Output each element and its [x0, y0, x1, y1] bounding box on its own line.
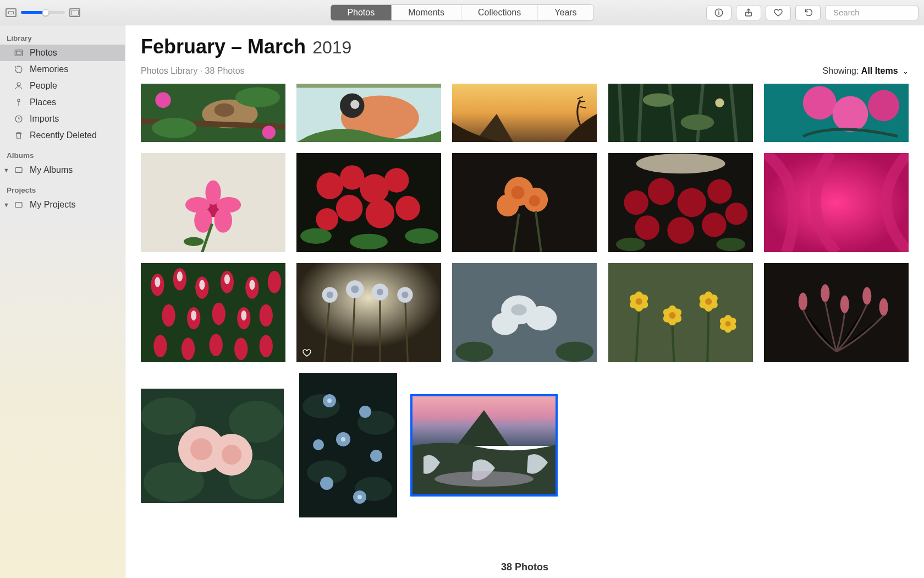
- showing-filter[interactable]: Showing: All Items ⌄: [823, 66, 909, 76]
- photo-thumbnail[interactable]: [296, 263, 441, 362]
- svg-point-83: [162, 304, 175, 326]
- sidebar-item-recently-deleted[interactable]: Recently Deleted: [0, 127, 125, 144]
- svg-point-111: [377, 288, 383, 295]
- svg-point-90: [210, 334, 223, 356]
- photo-thumbnail[interactable]: [608, 153, 753, 252]
- tab-years[interactable]: Years: [538, 5, 593, 20]
- album-icon: [13, 199, 24, 210]
- svg-point-168: [341, 437, 345, 441]
- view-mode-segmented-control: Photos Moments Collections Years: [330, 4, 593, 21]
- tab-moments[interactable]: Moments: [392, 5, 461, 20]
- sidebar-item-photos[interactable]: Photos: [0, 45, 125, 61]
- sidebar-item-my-albums[interactable]: ▼ My Albums: [0, 162, 125, 178]
- svg-point-116: [492, 313, 519, 335]
- svg-point-93: [155, 277, 160, 287]
- footer-photo-count: 38 Photos: [141, 561, 909, 573]
- photo-thumbnail[interactable]: [608, 84, 753, 142]
- photo-thumbnail[interactable]: [452, 153, 597, 252]
- svg-point-134: [669, 312, 675, 319]
- search-input[interactable]: [833, 8, 924, 17]
- photo-thumbnail[interactable]: [452, 84, 597, 142]
- photo-thumbnail[interactable]: [296, 153, 441, 252]
- svg-point-171: [435, 471, 534, 487]
- zoom-min-icon[interactable]: [6, 8, 16, 17]
- heart-icon: [773, 8, 783, 18]
- sidebar-item-memories[interactable]: Memories: [0, 61, 125, 78]
- photo-thumbnail[interactable]: [764, 263, 909, 362]
- photo-thumbnail[interactable]: [296, 84, 441, 142]
- photo-thumbnail[interactable]: [141, 263, 285, 362]
- photo-thumbnail[interactable]: [141, 84, 285, 142]
- photo-thumbnail[interactable]: [413, 396, 556, 494]
- svg-point-135: [705, 298, 712, 305]
- svg-point-169: [358, 495, 362, 499]
- svg-point-87: [260, 304, 273, 326]
- svg-point-98: [191, 310, 196, 320]
- svg-point-35: [832, 96, 868, 132]
- svg-point-20: [262, 126, 276, 139]
- photo-thumbnail[interactable]: [764, 84, 909, 142]
- svg-point-147: [141, 397, 196, 435]
- rotate-button[interactable]: [795, 5, 821, 20]
- svg-point-163: [370, 450, 382, 462]
- thumbnail-size-slider[interactable]: [21, 11, 65, 14]
- photo-thumbnail[interactable]: [764, 153, 909, 252]
- svg-point-8: [17, 83, 20, 86]
- svg-point-117: [512, 304, 527, 315]
- svg-point-154: [222, 445, 241, 465]
- sidebar-item-my-projects[interactable]: ▼ My Projects: [0, 197, 125, 213]
- sidebar-item-label: Places: [30, 97, 56, 107]
- tab-collections[interactable]: Collections: [461, 5, 538, 20]
- svg-point-44: [184, 237, 204, 246]
- share-button[interactable]: [736, 5, 761, 20]
- share-icon: [744, 8, 754, 18]
- svg-point-89: [182, 338, 195, 360]
- svg-point-74: [716, 238, 745, 251]
- svg-point-22: [235, 87, 280, 107]
- svg-point-166: [313, 439, 324, 450]
- svg-point-118: [455, 342, 493, 362]
- sidebar-item-imports[interactable]: Imports: [0, 111, 125, 127]
- svg-point-43: [215, 208, 232, 233]
- page-title: February – March 2019: [141, 35, 909, 58]
- svg-point-164: [320, 477, 333, 490]
- svg-point-50: [336, 195, 363, 222]
- svg-point-65: [624, 190, 648, 215]
- sidebar-item-places[interactable]: Places: [0, 94, 125, 111]
- zoom-max-icon[interactable]: [69, 8, 80, 17]
- svg-point-48: [360, 174, 389, 203]
- rotate-icon: [803, 8, 813, 18]
- svg-point-136: [725, 321, 730, 326]
- sidebar-item-people[interactable]: People: [0, 78, 125, 94]
- svg-point-94: [177, 271, 183, 281]
- svg-point-31: [680, 114, 714, 130]
- imports-icon: [13, 113, 24, 124]
- sidebar-item-label: My Projects: [30, 200, 76, 210]
- tab-photos[interactable]: Photos: [331, 5, 392, 20]
- favorite-button[interactable]: [766, 5, 791, 20]
- photo-thumbnail[interactable]: [141, 153, 285, 252]
- info-icon: [714, 8, 724, 18]
- svg-point-153: [190, 438, 212, 460]
- svg-point-99: [241, 310, 246, 320]
- svg-point-143: [840, 296, 849, 313]
- svg-point-53: [316, 208, 338, 230]
- sidebar-item-label: Recently Deleted: [30, 130, 97, 140]
- info-button[interactable]: [706, 5, 732, 20]
- svg-point-18: [215, 103, 234, 117]
- svg-point-36: [868, 90, 899, 121]
- photo-thumbnail[interactable]: [299, 373, 397, 517]
- svg-point-110: [351, 285, 359, 293]
- places-icon: [13, 97, 24, 108]
- svg-rect-7: [16, 51, 21, 54]
- svg-point-109: [327, 292, 333, 298]
- breadcrumb: Photos Library · 38 Photos: [141, 66, 245, 76]
- photo-thumbnail[interactable]: [608, 263, 753, 362]
- photo-thumbnail[interactable]: [452, 263, 597, 362]
- search-field[interactable]: [825, 5, 919, 20]
- photo-thumbnail[interactable]: [141, 389, 284, 503]
- disclosure-triangle-icon[interactable]: ▼: [3, 167, 9, 173]
- svg-rect-14: [15, 168, 22, 173]
- disclosure-triangle-icon[interactable]: ▼: [3, 201, 9, 208]
- album-icon: [13, 165, 24, 176]
